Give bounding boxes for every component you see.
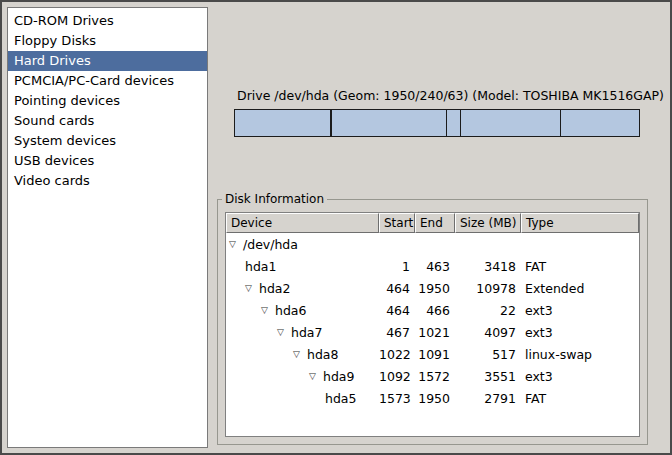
size-cell: 22: [455, 303, 521, 318]
end-cell: 466: [415, 303, 455, 318]
size-cell: 3418: [455, 259, 521, 274]
partition-bar: [234, 109, 640, 137]
column-header-end[interactable]: End: [415, 213, 455, 233]
sidebar-item-hard-drives[interactable]: Hard Drives: [8, 51, 207, 71]
device-label: hda9: [323, 369, 354, 384]
device-label: hda8: [307, 347, 338, 362]
size-cell: 10978: [455, 281, 521, 296]
hardware-browser-window: CD-ROM Drives Floppy Disks Hard Drives P…: [0, 0, 672, 455]
partition-segment-hda8: [447, 110, 461, 136]
sidebar-item-pointing-devices[interactable]: Pointing devices: [8, 91, 207, 111]
sidebar-item-usb-devices[interactable]: USB devices: [8, 151, 207, 171]
table-row[interactable]: ▽hda7 467 1021 4097 ext3: [226, 321, 639, 343]
end-cell: 1021: [415, 325, 455, 340]
end-cell: 1572: [415, 369, 455, 384]
expander-icon[interactable]: ▽: [309, 372, 323, 381]
type-cell: Extended: [521, 281, 639, 296]
sidebar-item-floppy-disks[interactable]: Floppy Disks: [8, 31, 207, 51]
partition-segment-hda5: [561, 110, 639, 136]
table-row[interactable]: ▽hda6 464 466 22 ext3: [226, 299, 639, 321]
disk-information-frame: Disk Information Device Start End Size (…: [217, 192, 648, 445]
sidebar-item-pcmcia-devices[interactable]: PCMCIA/PC-Card devices: [8, 71, 207, 91]
device-label: hda5: [325, 391, 356, 406]
partition-table: Device Start End Size (MB) Type ▽/dev/hd…: [225, 212, 640, 437]
size-cell: 2791: [455, 391, 521, 406]
sidebar-item-cdrom-drives[interactable]: CD-ROM Drives: [8, 11, 207, 31]
start-cell: 464: [379, 303, 415, 318]
end-cell: 1950: [415, 281, 455, 296]
sidebar-item-system-devices[interactable]: System devices: [8, 131, 207, 151]
type-cell: FAT: [521, 259, 639, 274]
expander-icon[interactable]: ▽: [261, 306, 275, 315]
table-row[interactable]: hda1 1 463 3418 FAT: [226, 255, 639, 277]
start-cell: 1022: [379, 347, 415, 362]
start-cell: 1573: [379, 391, 415, 406]
table-row[interactable]: hda5 1573 1950 2791 FAT: [226, 387, 639, 409]
expander-icon[interactable]: ▽: [293, 350, 307, 359]
expander-icon[interactable]: ▽: [229, 240, 243, 249]
partition-segment-hda7: [332, 110, 447, 136]
partition-segment-hda1: [235, 110, 331, 136]
device-label: hda1: [245, 259, 276, 274]
start-cell: 464: [379, 281, 415, 296]
device-label: hda6: [275, 303, 306, 318]
size-cell: 4097: [455, 325, 521, 340]
type-cell: FAT: [521, 391, 639, 406]
drive-geometry-label: Drive /dev/hda (Geom: 1950/240/63) (Mode…: [237, 88, 664, 103]
size-cell: 3551: [455, 369, 521, 384]
type-cell: linux-swap: [521, 347, 639, 362]
sidebar-item-video-cards[interactable]: Video cards: [8, 171, 207, 191]
device-label: hda7: [291, 325, 322, 340]
type-cell: ext3: [521, 303, 639, 318]
sidebar-item-sound-cards[interactable]: Sound cards: [8, 111, 207, 131]
end-cell: 463: [415, 259, 455, 274]
column-header-device[interactable]: Device: [226, 213, 379, 233]
column-header-size[interactable]: Size (MB): [455, 213, 521, 233]
start-cell: 1: [379, 259, 415, 274]
partition-table-header: Device Start End Size (MB) Type: [226, 213, 639, 233]
start-cell: 467: [379, 325, 415, 340]
end-cell: 1091: [415, 347, 455, 362]
start-cell: 1092: [379, 369, 415, 384]
table-row[interactable]: ▽/dev/hda: [226, 233, 639, 255]
expander-icon[interactable]: ▽: [245, 284, 259, 293]
partition-segment-hda9: [461, 110, 561, 136]
device-label: hda2: [259, 281, 290, 296]
column-header-start[interactable]: Start: [379, 213, 415, 233]
size-cell: 517: [455, 347, 521, 362]
device-category-list: CD-ROM Drives Floppy Disks Hard Drives P…: [7, 7, 208, 448]
table-row[interactable]: ▽hda2 464 1950 10978 Extended: [226, 277, 639, 299]
type-cell: ext3: [521, 369, 639, 384]
disk-information-title: Disk Information: [222, 192, 327, 206]
type-cell: ext3: [521, 325, 639, 340]
column-header-type[interactable]: Type: [521, 213, 639, 233]
table-row[interactable]: ▽hda8 1022 1091 517 linux-swap: [226, 343, 639, 365]
expander-icon[interactable]: ▽: [277, 328, 291, 337]
table-row[interactable]: ▽hda9 1092 1572 3551 ext3: [226, 365, 639, 387]
end-cell: 1950: [415, 391, 455, 406]
device-label: /dev/hda: [243, 237, 298, 252]
